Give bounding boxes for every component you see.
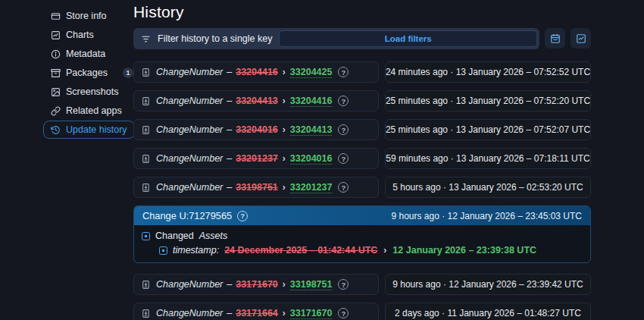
new-change-number[interactable]: 33204416 [290, 96, 333, 107]
collapse-toggle-icon[interactable] [159, 246, 167, 255]
new-change-number[interactable]: 33171670 [290, 308, 333, 319]
filter-label: Filter history to a single key [158, 33, 272, 44]
change-row: ChangeNumber – 33204016 › 33204413 ? 25 … [133, 119, 591, 140]
main-content: History Filter history to a single key L… [133, 0, 591, 320]
old-change-number: 33204413 [236, 96, 278, 106]
change-row: ChangeNumber – 33201237 › 33204016 ? 59 … [133, 148, 591, 169]
new-change-number[interactable]: 33201237 [290, 182, 333, 193]
sidebar-item-related-apps[interactable]: Related apps [43, 102, 130, 120]
arrow-separator: › [283, 279, 286, 290]
sidebar-item-screenshots[interactable]: Screenshots [43, 83, 126, 101]
line-chart-icon [576, 33, 586, 44]
arrow-separator: › [283, 153, 286, 164]
chart-view-button[interactable] [571, 28, 591, 49]
old-change-number: 33204016 [236, 124, 278, 135]
changed-label: Changed [155, 231, 194, 241]
timestamp-pill: 25 minutes ago · 13 January 2026 – 07:52… [385, 119, 591, 140]
new-change-number[interactable]: 33204425 [290, 67, 333, 78]
load-filters-button[interactable]: Load filters [279, 30, 537, 47]
question-icon[interactable]: ? [338, 153, 349, 164]
diff-key: timestamp: [173, 245, 219, 256]
key-separator: – [227, 279, 232, 290]
change-row-main: ChangeNumber – 33171670 › 33198751 ? [133, 274, 379, 295]
sidebar-item-label: Update history [66, 124, 127, 135]
question-icon[interactable]: ? [338, 279, 349, 290]
filter-bar: Filter history to a single key Load filt… [133, 28, 539, 49]
sidebar-item-label: Packages [66, 67, 108, 78]
key-separator: – [227, 153, 232, 164]
key-separator: – [227, 96, 232, 106]
sidebar: Store info Charts Metadata Packages 1 [0, 0, 133, 320]
changed-target: Assets [199, 231, 228, 241]
change-row-main: ChangeNumber – 33171664 › 33171670 ? [133, 303, 379, 320]
file-diff-icon [141, 125, 151, 135]
sidebar-item-label: Screenshots [66, 86, 118, 97]
timestamp-pill: 25 minutes ago · 13 January 2026 – 07:52… [385, 90, 591, 111]
old-change-number: 33201237 [236, 153, 278, 164]
steamdb-history-page: Store info Charts Metadata Packages 1 [0, 0, 644, 320]
calendar-icon [550, 33, 561, 44]
change-row: ChangeNumber – 33198751 › 33201237 ? 5 h… [133, 177, 591, 198]
question-icon[interactable]: ? [338, 182, 349, 193]
arrow-separator: › [283, 308, 286, 318]
packages-badge: 1 [123, 67, 133, 78]
file-diff-icon [141, 309, 151, 318]
question-icon[interactable]: ? [338, 96, 349, 106]
arrow-separator: › [283, 124, 286, 135]
question-icon[interactable]: ? [338, 124, 349, 135]
question-icon[interactable]: ? [338, 67, 349, 77]
packages-icon [51, 68, 61, 78]
key-separator: – [227, 124, 232, 135]
arrow-separator: › [283, 67, 286, 77]
info-icon [51, 49, 61, 59]
highlighted-change-section: Change U:71279565 ? 9 hours ago · 12 Jan… [133, 205, 591, 263]
file-diff-icon [141, 96, 151, 106]
timestamp-pill: 24 minutes ago · 13 January 2026 – 07:52… [385, 61, 591, 83]
calendar-button[interactable] [545, 28, 565, 49]
file-diff-icon [141, 280, 151, 290]
sidebar-item-label: Related apps [66, 105, 122, 116]
storefront-icon [51, 11, 61, 21]
timestamp-pill: 9 hours ago · 12 January 2026 – 23:39:42… [385, 274, 591, 295]
timestamp-pill: 59 minutes ago · 13 January 2026 – 07:18… [385, 148, 591, 169]
link-icon [51, 106, 61, 116]
change-key: ChangeNumber [156, 96, 223, 106]
new-change-number[interactable]: 33204413 [290, 124, 333, 136]
change-key: ChangeNumber [156, 124, 223, 135]
new-change-number[interactable]: 33198751 [290, 279, 333, 290]
arrow-separator: › [283, 96, 286, 106]
old-change-number: 33171664 [236, 308, 278, 318]
sidebar-item-metadata[interactable]: Metadata [43, 45, 113, 63]
change-row: ChangeNumber – 33171670 › 33198751 ? 9 h… [133, 274, 591, 295]
change-section-title-group: Change U:71279565 ? [142, 210, 248, 221]
timestamp-diff-line: timestamp: 24 December 2025 – 01:42:44 U… [159, 245, 583, 256]
sidebar-item-charts[interactable]: Charts [43, 26, 102, 44]
file-diff-icon [141, 154, 151, 164]
chart-icon [51, 30, 61, 40]
change-row-main: ChangeNumber – 33204016 › 33204413 ? [133, 119, 379, 140]
change-key: ChangeNumber [156, 279, 223, 290]
file-diff-icon [141, 67, 151, 77]
history-icon [51, 125, 61, 135]
new-timestamp-value: 12 January 2026 – 23:39:38 UTC [392, 245, 536, 256]
new-change-number[interactable]: 33204016 [290, 153, 333, 165]
change-row: ChangeNumber – 33204413 › 33204416 ? 25 … [133, 90, 591, 111]
old-change-number: 33171670 [236, 279, 278, 290]
sidebar-item-update-history[interactable]: Update history [43, 121, 135, 139]
sidebar-item-label: Metadata [66, 49, 105, 59]
question-icon[interactable]: ? [237, 211, 248, 221]
change-key: ChangeNumber [156, 153, 223, 164]
key-separator: – [227, 182, 232, 193]
file-diff-icon [141, 183, 151, 193]
filter-icon [141, 34, 151, 44]
change-section-body: Changed Assets timestamp: 24 December 20… [134, 225, 590, 262]
sidebar-item-packages[interactable]: Packages 1 [43, 64, 141, 82]
timestamp-pill: 2 days ago · 11 January 2026 – 01:48:27 … [385, 303, 591, 320]
change-row: ChangeNumber – 33171664 › 33171670 ? 2 d… [133, 303, 591, 320]
sidebar-item-store-info[interactable]: Store info [43, 7, 114, 25]
collapse-toggle-icon[interactable] [142, 232, 150, 240]
question-icon[interactable]: ? [338, 308, 349, 318]
sidebar-item-label: Store info [66, 11, 107, 21]
change-row-main: ChangeNumber – 33204413 › 33204416 ? [133, 90, 379, 111]
change-row-main: ChangeNumber – 33201237 › 33204016 ? [133, 148, 379, 169]
